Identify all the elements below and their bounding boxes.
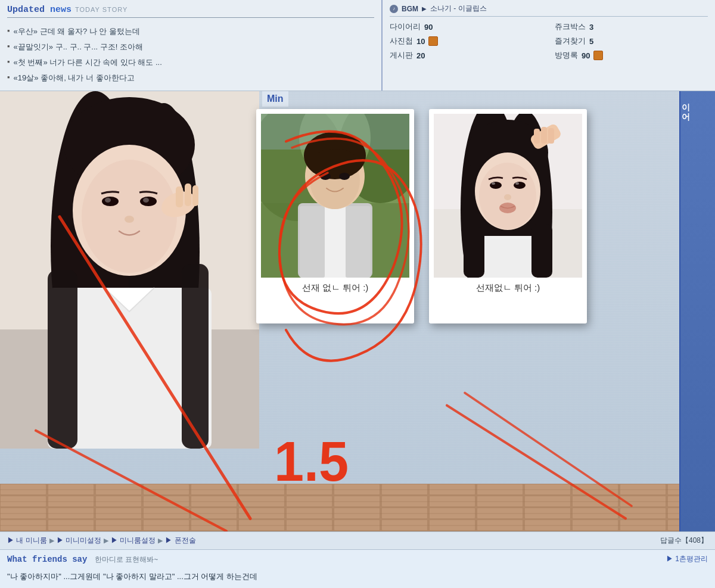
photos-label: 사진첩 (390, 36, 413, 46)
diary-label: 다이어리 (390, 21, 421, 32)
friends-subtitle: 한마디로 표현해봐~ (95, 555, 158, 564)
news-bullet: ▪ (7, 73, 10, 82)
page-wrapper: Updated news TODAY STORY ▪ «우산» 근데 왜 울자?… (0, 0, 715, 588)
friends-manage-link[interactable]: ▶ 1촌평관리 (666, 554, 708, 564)
news-text-1: «끝말잇기» 구.. 구.. 구... 구조! 조아해 (14, 42, 143, 52)
svg-point-44 (490, 182, 502, 189)
polaroid-1-image (261, 114, 409, 278)
stat-favorites: 즐겨찾기 5 (555, 36, 708, 46)
main-content: 이어 (0, 91, 715, 531)
guestbook-icon (593, 51, 603, 60)
svg-rect-57 (531, 224, 552, 278)
miniroom-settings-link[interactable]: ▶ 미니룸설정 (111, 536, 156, 546)
top-section: Updated news TODAY STORY ▪ «우산» 근데 왜 울자?… (0, 0, 715, 91)
brick-svg (0, 484, 679, 531)
today-story: TODAY STORY (75, 6, 128, 13)
large-girl-photo (0, 91, 259, 449)
polaroid-1: 선재 없ㄴ 튀어 :) (256, 109, 414, 323)
friends-title-row: What friends say 한마디로 표현해봐~ (7, 553, 158, 565)
svg-rect-19 (48, 270, 77, 449)
stat-jukebox: 쥬크박스 3 (555, 21, 708, 32)
svg-rect-14 (176, 186, 183, 207)
friends-header: What friends say 한마디로 표현해봐~ ▶ 1촌평관리 (7, 553, 708, 565)
my-miniroom-link[interactable]: ▶ 내 미니룸 (7, 536, 47, 546)
blue-sidebar: 이어 (679, 91, 715, 531)
svg-rect-16 (192, 185, 198, 206)
svg-point-12 (125, 216, 134, 223)
news-text-2: «첫 번째» 너가 다른 시간 속에 있다 해도 ... (14, 57, 162, 68)
svg-point-47 (515, 182, 519, 185)
left-panel: Updated news TODAY STORY ▪ «우산» 근데 왜 울자?… (0, 0, 381, 91)
stat-diary: 다이어리 90 (390, 21, 543, 32)
polaroid-1-svg (261, 114, 409, 278)
svg-rect-51 (534, 129, 540, 144)
board-value: 20 (416, 51, 425, 60)
friends-section: What friends say 한마디로 표현해봐~ ▶ 1촌평관리 "나 좋… (0, 549, 715, 589)
polaroid-2-svg (434, 114, 582, 278)
favorites-value: 5 (589, 37, 593, 46)
bgm-label: BGM (402, 5, 418, 13)
svg-point-48 (504, 194, 511, 200)
nav-links: ▶ 내 미니룸 ▶ ▶ 미니미설정 ▶ ▶ 미니룸설정 ▶ ▶ 폰전술 (7, 536, 196, 546)
polaroid-2-image (434, 114, 582, 278)
svg-rect-66 (0, 484, 679, 531)
svg-rect-30 (346, 206, 371, 278)
guestbook-value: 90 (582, 51, 590, 60)
news-bullet: ▪ (7, 57, 10, 66)
font-settings-link[interactable]: ▶ 폰전술 (165, 536, 195, 546)
news-item[interactable]: ▪ «우산» 근데 왜 울자? 나 안 울텄는데 (7, 24, 374, 39)
reply-count: 답글수【408】 (660, 536, 708, 546)
bottom-nav: ▶ 내 미니룸 ▶ ▶ 미니미설정 ▶ ▶ 미니룸설정 ▶ ▶ 폰전술 답글수【… (0, 531, 715, 549)
nav-sep-1: ▶ (49, 537, 54, 545)
friends-comment: "나 좋아하지마" ...그게원데 "나 좋아하지 말라고" ...그거 어떻게… (7, 568, 708, 585)
svg-point-45 (514, 182, 526, 189)
news-list: ▪ «우산» 근데 왜 울자? 나 안 울텄는데 ▪ «끝말잇기» 구.. 구.… (7, 24, 374, 86)
updated-header: Updated news TODAY STORY (7, 5, 374, 18)
news-bullet: ▪ (7, 42, 10, 51)
svg-point-35 (320, 173, 331, 180)
polaroid-1-caption: 선재 없ㄴ 튀어 :) (261, 278, 409, 294)
updated-title: Updated news (7, 5, 72, 15)
stats-table: 다이어리 90 쥬크박스 3 사진첩 10 즐겨찾기 5 게시판 (390, 21, 708, 61)
svg-rect-15 (185, 183, 191, 206)
bgm-song: 소나기 - 이글립스 (430, 4, 487, 14)
board-label: 게시판 (390, 50, 413, 61)
svg-rect-56 (464, 227, 484, 278)
right-panel: ♪ BGM ▶ 소나기 - 이글립스 다이어리 90 쥬크박스 3 사진첩 10 (381, 0, 715, 91)
jukebox-value: 3 (589, 23, 593, 32)
svg-rect-52 (541, 127, 547, 144)
photo-icon (428, 36, 438, 46)
svg-point-11 (143, 198, 149, 203)
news-text-3: «19살» 좋아해, 내가 너 좋아한다고 (14, 73, 135, 83)
music-icon: ♪ (393, 6, 395, 11)
svg-point-10 (105, 198, 111, 203)
floor-texture (0, 484, 679, 531)
favorites-label: 즐겨찾기 (555, 36, 586, 46)
stat-guestbook: 방명록 90 (555, 50, 708, 61)
guestbook-label: 방명록 (555, 50, 578, 61)
svg-rect-20 (182, 264, 209, 449)
polaroid-2: 선재없ㄴ 튀어 :) (429, 109, 587, 323)
jukebox-label: 쥬크박스 (555, 21, 586, 32)
svg-point-36 (339, 173, 350, 180)
news-bullet: ▪ (7, 26, 10, 35)
news-label: news (50, 5, 72, 15)
girl-photo-svg (0, 91, 259, 449)
polaroid-2-caption: 선재없ㄴ 튀어 :) (434, 278, 582, 294)
blue-sidebar-text: 이어 (680, 91, 691, 122)
nav-sep-3: ▶ (158, 537, 163, 545)
svg-point-46 (492, 182, 495, 185)
news-item[interactable]: ▪ «19살» 좋아해, 내가 너 좋아한다고 (7, 70, 374, 86)
stat-photos: 사진첩 10 (390, 36, 543, 46)
play-button[interactable]: ▶ (422, 5, 427, 12)
diary-value: 90 (424, 23, 433, 32)
news-item[interactable]: ▪ «첫 번째» 너가 다른 시간 속에 있다 해도 ... (7, 55, 374, 70)
mini-settings-link[interactable]: ▶ 미니미설정 (57, 536, 101, 546)
friends-title: What friends say (7, 555, 87, 564)
bgm-row: ♪ BGM ▶ 소나기 - 이글립스 (390, 4, 708, 17)
photos-value: 10 (416, 37, 425, 46)
news-item[interactable]: ▪ «끝말잇기» 구.. 구.. 구... 구조! 조아해 (7, 39, 374, 55)
nav-sep-2: ▶ (104, 537, 108, 545)
mini-label-text: Min (267, 94, 284, 104)
svg-rect-53 (548, 128, 554, 144)
